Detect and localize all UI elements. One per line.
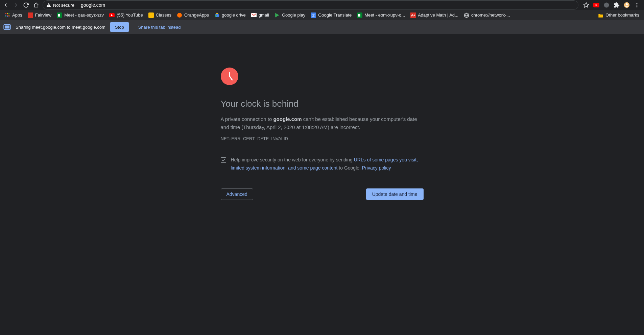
bookmark-label: Meet - eom-xupv-o...: [364, 12, 405, 18]
bookmark-label: Google Translate: [318, 12, 352, 18]
privacy-policy-link[interactable]: Privacy policy: [362, 165, 391, 171]
warning-icon: [46, 3, 51, 7]
globe-icon: [464, 12, 469, 18]
kebab-menu-icon[interactable]: [634, 2, 640, 8]
toolbar-right: [581, 2, 642, 8]
folder-icon: [598, 12, 603, 18]
svg-marker-29: [275, 13, 279, 17]
share-infobar: Sharing meet.google.com to meet.google.c…: [0, 20, 644, 34]
svg-text:A+: A+: [411, 14, 415, 17]
youtube-ext-icon[interactable]: [593, 2, 599, 8]
bookmark-label: Adaptive Math | Ad...: [418, 12, 458, 18]
bookmark-label: Other bookmarks: [605, 12, 639, 18]
extensions-puzzle-icon[interactable]: [614, 2, 620, 8]
error-message: A private connection to google.com can't…: [221, 115, 424, 131]
bookmark-label: Classes: [156, 12, 171, 18]
other-bookmarks[interactable]: Other bookmarks: [596, 11, 641, 20]
svg-rect-38: [5, 26, 9, 29]
svg-point-5: [626, 3, 628, 5]
error-interstitial: Your clock is behind A private connectio…: [221, 68, 424, 200]
bookmark-meet-2[interactable]: Meet - eom-xupv-o...: [355, 11, 407, 20]
bookmark-fairview[interactable]: Fairview: [26, 11, 53, 20]
bookmark-play[interactable]: Google play: [272, 11, 307, 20]
translate-icon: 文: [311, 12, 316, 18]
svg-rect-12: [5, 15, 6, 16]
security-label: Not secure: [53, 3, 74, 8]
share-tab-instead-button[interactable]: Share this tab instead: [134, 22, 186, 32]
ext-circle-icon[interactable]: [603, 2, 610, 8]
site-security-chip[interactable]: Not secure: [46, 3, 78, 8]
gmail-icon: [251, 12, 257, 18]
bookmark-label: gmail: [259, 12, 269, 18]
back-button[interactable]: [2, 1, 9, 9]
bookmark-translate[interactable]: 文 Google Translate: [309, 11, 354, 20]
classroom-icon: [148, 12, 154, 18]
svg-rect-17: [8, 16, 9, 17]
bookmark-label: Apps: [12, 12, 22, 18]
stop-sharing-button[interactable]: Stop: [110, 22, 129, 32]
update-date-button[interactable]: Update date and time: [366, 188, 424, 200]
svg-marker-0: [584, 3, 589, 7]
url-text: google.com: [81, 2, 105, 8]
bookmark-orangeapps[interactable]: OrangeApps: [175, 11, 211, 20]
profile-avatar-icon[interactable]: [624, 2, 630, 8]
share-text: Sharing meet.google.com to meet.google.c…: [16, 25, 105, 30]
bookmarks-bar: Apps Fairview Meet - qau-sqyz-szv (55) Y…: [0, 10, 644, 20]
bookmark-label: Fairview: [35, 12, 51, 18]
svg-rect-33: [358, 14, 360, 17]
svg-point-24: [177, 13, 182, 18]
bookmark-chrome-network[interactable]: chrome://network-...: [462, 11, 512, 20]
svg-rect-11: [8, 13, 9, 14]
bookmark-apps[interactable]: Apps: [3, 11, 24, 20]
svg-rect-10: [7, 13, 8, 14]
cast-icon: [3, 24, 11, 30]
page-content: Your clock is behind A private connectio…: [0, 34, 644, 200]
help-improve-row: Help improve security on the web for eve…: [221, 156, 424, 172]
svg-rect-9: [5, 13, 6, 14]
bookmark-youtube[interactable]: (55) YouTube: [107, 11, 145, 20]
browser-toolbar: Not secure google.com: [0, 0, 644, 10]
bookmark-adaptive[interactable]: A+ Adaptive Math | Ad...: [408, 11, 460, 20]
bookmarks-separator: [593, 12, 593, 18]
meet-icon: [57, 12, 62, 18]
svg-rect-16: [7, 16, 8, 17]
bookmark-meet-1[interactable]: Meet - qau-sqyz-szv: [55, 11, 106, 20]
bookmark-drive[interactable]: google drive: [212, 11, 248, 20]
svg-point-8: [637, 6, 638, 7]
site-icon: A+: [410, 12, 416, 18]
error-code: NET::ERR_CERT_DATE_INVALID: [221, 136, 424, 141]
svg-rect-15: [5, 16, 6, 17]
bookmark-label: Meet - qau-sqyz-szv: [64, 12, 104, 18]
clock-error-icon: [221, 68, 238, 85]
bookmark-gmail[interactable]: gmail: [249, 11, 271, 20]
play-icon: [275, 12, 280, 18]
action-buttons: Advanced Update date and time: [221, 188, 424, 200]
bookmark-label: OrangeApps: [184, 12, 209, 18]
site-icon: [28, 12, 33, 18]
svg-rect-20: [58, 14, 60, 17]
opt-post: to Google.: [337, 165, 362, 171]
bookmark-label: Google play: [282, 12, 305, 18]
bookmark-classes[interactable]: Classes: [146, 11, 173, 20]
help-improve-checkbox[interactable]: [221, 157, 226, 163]
youtube-icon: [109, 12, 115, 18]
advanced-button[interactable]: Advanced: [221, 188, 253, 200]
bookmark-label: google drive: [222, 12, 246, 18]
address-bar[interactable]: Not secure google.com: [43, 0, 578, 10]
help-improve-text: Help improve security on the web for eve…: [231, 156, 424, 172]
home-button[interactable]: [32, 1, 40, 9]
svg-point-3: [604, 3, 609, 8]
svg-rect-14: [8, 15, 9, 16]
svg-rect-18: [28, 12, 33, 18]
meet-icon: [357, 12, 362, 18]
bookmark-label: (55) YouTube: [117, 12, 143, 18]
msg-pre: A private connection to: [221, 116, 273, 122]
forward-button[interactable]: [12, 1, 20, 9]
svg-rect-23: [148, 12, 154, 18]
apps-grid-icon: [5, 12, 10, 18]
opt-pre: Help improve security on the web for eve…: [231, 157, 354, 162]
bookmark-star-icon[interactable]: [583, 2, 589, 8]
msg-host: google.com: [273, 116, 302, 122]
reload-button[interactable]: [22, 1, 30, 9]
svg-point-7: [637, 5, 638, 6]
